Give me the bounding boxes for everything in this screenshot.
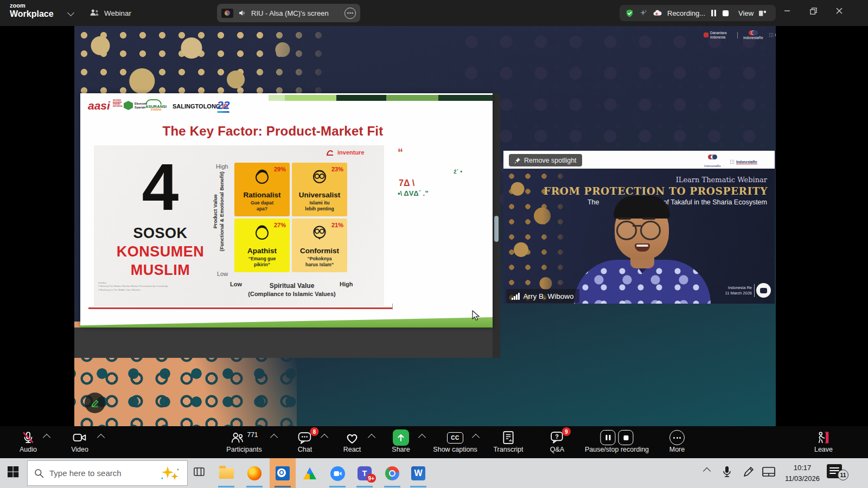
video-options-chevron[interactable] <box>98 435 104 440</box>
react-options-chevron[interactable] <box>369 435 374 440</box>
search-icon <box>34 468 44 478</box>
speaker-hair <box>614 196 670 219</box>
share-options-chevron[interactable] <box>419 435 425 440</box>
tab-webinar[interactable]: Webinar <box>90 5 131 21</box>
spotlight-pin-icon <box>514 157 521 164</box>
camera-icon <box>73 431 87 444</box>
toolbar-audio-button[interactable]: Audio <box>12 426 44 458</box>
toolbar-leave-button[interactable]: Leave <box>807 426 840 458</box>
toolbar-more-button[interactable]: More <box>661 426 693 458</box>
generali-lion-icon <box>326 149 334 156</box>
toolbar-record-button[interactable]: Pause/stop recording <box>579 426 655 458</box>
header-stripe <box>386 95 438 101</box>
captions-options-chevron[interactable] <box>473 435 478 440</box>
pause-recording-icon[interactable] <box>710 9 717 17</box>
asuransi-syariah-logo: ASURANSI SYARIAH <box>145 99 167 111</box>
taskbar-google-drive[interactable] <box>298 461 322 485</box>
tray-microphone-icon[interactable] <box>722 465 732 478</box>
taskbar-chrome[interactable] <box>380 461 404 485</box>
closed-captions-icon: CC <box>447 432 463 444</box>
tray-pen-icon[interactable] <box>742 465 755 478</box>
explorer-active-indicator <box>218 486 234 487</box>
ai-sparkle-icon[interactable] <box>639 9 648 17</box>
window-close-button[interactable] <box>827 0 852 22</box>
toolbar-video-button[interactable]: Video <box>63 426 96 458</box>
watermark-divider <box>754 284 755 297</box>
toolbar-chat-button[interactable]: 8 Chat <box>289 426 321 458</box>
chat-app-watermark-icon <box>756 283 771 298</box>
x-axis-low: Low <box>230 281 242 287</box>
webinar-subtitle-text: Theof Takaful in the Sharia Ecosystem <box>588 198 767 206</box>
window-restore-button[interactable] <box>801 0 826 22</box>
x-axis-label2: (Compliance to Islamic Values) <box>238 291 346 297</box>
header-stripe <box>438 95 493 101</box>
webinar-people-icon <box>90 9 100 17</box>
view-layout-icon[interactable] <box>758 10 767 17</box>
cloud-recording-icon <box>653 9 662 17</box>
header-stripe <box>269 95 285 101</box>
toolbar-captions-button[interactable]: CC Show captions <box>431 426 480 458</box>
qa-badge: 9 <box>562 427 571 436</box>
toolbar-react-button[interactable]: React <box>336 426 368 458</box>
webinar-title-text: FROM PROTECTION TO PROSPERITY <box>544 185 768 197</box>
speaker-name-tag: Arry B. Wibowo <box>506 289 579 303</box>
mouse-cursor <box>472 310 481 321</box>
conformist-face-icon <box>311 223 328 242</box>
taskbar-firefox[interactable] <box>242 461 266 485</box>
taskbar-word[interactable]: W <box>406 461 430 485</box>
generali-inventure-logos: inventure <box>326 149 365 156</box>
task-view-button[interactable] <box>193 465 206 478</box>
calligraphy-glyph-small: ź´ • <box>454 168 462 175</box>
svg-text:?: ? <box>555 433 559 439</box>
rationalist-face-icon <box>254 168 270 186</box>
video-header-logos: IndonesiaRe IndonesiaRe <box>704 155 757 169</box>
share-options-ellipsis-icon[interactable] <box>344 8 356 19</box>
speaker-glasses-left <box>616 221 637 240</box>
speaker-glasses-right <box>640 221 661 240</box>
presentation-slide: aasi ASOSIASI ASURANSI SYARIAH INDONESIA… <box>80 93 493 328</box>
toolbar-transcript-button[interactable]: Transcript <box>489 426 527 458</box>
taskbar-clock[interactable]: 10:17 11/03/2026 <box>780 463 825 484</box>
copilot-sparkle-icon <box>158 465 181 481</box>
toolbar-participants-button[interactable]: 771 Participants <box>222 426 266 458</box>
stop-recording-icon[interactable] <box>722 10 729 17</box>
chat-options-chevron[interactable] <box>322 435 327 440</box>
window-minimize-button[interactable] <box>775 0 800 22</box>
teams-active-indicator <box>356 486 373 487</box>
connection-signal-icon <box>512 293 520 300</box>
calligraphy-glyph-green: •\ ΔVΔ´ .” <box>398 189 429 197</box>
big-number: 4 <box>113 154 208 220</box>
y-axis-label: Product Value(Functional & Emotional Ben… <box>212 152 225 271</box>
audio-options-chevron[interactable] <box>44 435 49 440</box>
taskbar-zoom[interactable] <box>326 461 349 485</box>
pause-recording-button-icon[interactable] <box>601 430 616 445</box>
taskbar-file-explorer[interactable] <box>214 461 238 485</box>
chrome-active-indicator <box>384 486 400 487</box>
workspace-chevron-down-icon[interactable] <box>68 10 73 15</box>
scrollbar-thumb[interactable] <box>494 216 499 242</box>
participants-options-chevron[interactable] <box>271 435 277 440</box>
taskbar-search-input[interactable]: Type here to search <box>27 460 188 486</box>
speaker-video-tile[interactable]: ILearn Thematic Webinar FROM PROTECTION … <box>503 169 775 304</box>
big-word-muslim: MUSLIM <box>99 262 221 279</box>
leave-meeting-icon <box>816 431 831 445</box>
chrome-icon <box>385 466 399 480</box>
search-placeholder: Type here to search <box>49 468 122 478</box>
firefox-icon <box>247 466 261 480</box>
taskbar-teams[interactable]: T 9+ <box>353 461 376 485</box>
toolbar-qa-button[interactable]: ? 9 Q&A <box>541 426 573 458</box>
shared-screen-label: RIU - Alsa (MC)'s screen <box>251 9 329 17</box>
big-word-konsumen: KONSUMEN <box>99 243 221 260</box>
stop-recording-button-icon[interactable] <box>618 430 634 445</box>
remove-spotlight-button[interactable]: Remove spotlight <box>509 154 582 166</box>
start-button[interactable] <box>7 465 20 478</box>
toolbar-share-button[interactable]: Share <box>385 426 417 458</box>
big-word-sosok: SOSOK <box>99 225 221 242</box>
view-button[interactable]: View <box>738 9 754 17</box>
tray-show-hidden-chevron[interactable] <box>704 468 710 474</box>
taskbar-outlook[interactable] <box>271 461 295 485</box>
word-active-indicator <box>410 486 426 487</box>
annotation-pencil-button[interactable] <box>85 393 105 413</box>
shared-screen-pill[interactable]: RIU - Alsa (MC)'s screen <box>217 4 360 22</box>
tray-touchpad-icon[interactable] <box>762 465 776 478</box>
